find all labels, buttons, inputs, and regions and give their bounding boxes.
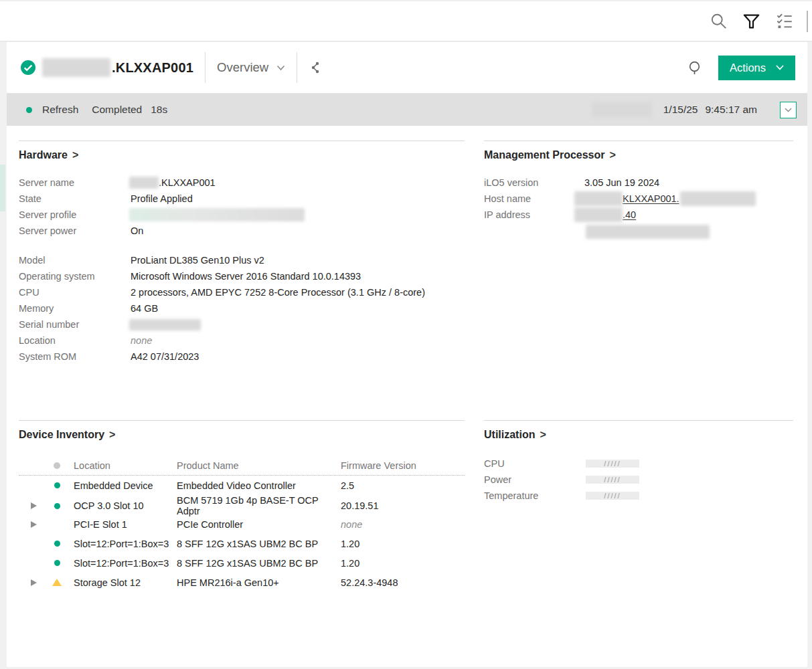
management-processor-section-link[interactable]: Management Processor > [484, 141, 793, 161]
hardware-row-model: Model ProLiant DL385 Gen10 Plus v2 [19, 252, 465, 268]
col-location: Location [71, 460, 174, 471]
status-ok-icon [54, 560, 60, 566]
cpu-utilization-placeholder: ///// [586, 460, 639, 468]
task-duration: 18s [151, 104, 167, 116]
uid-light-icon[interactable] [687, 60, 702, 76]
cell-product: PCIe Controller [174, 519, 338, 530]
cell-product: Embedded Video Controller [174, 480, 338, 491]
divider [205, 52, 206, 83]
divider [297, 52, 297, 83]
redacted-ip-prefix [574, 207, 623, 222]
page-title: .KLXXAP001 [112, 60, 193, 76]
status-ok-icon [54, 541, 60, 547]
management-processor-section: Management Processor > iLO5 version 3.05… [484, 140, 793, 239]
task-status-dot-icon [26, 107, 32, 113]
map-view-icon[interactable] [309, 60, 323, 75]
device-inventory-section-link[interactable]: Device Inventory > [19, 421, 465, 441]
section-title: Utilization [484, 428, 535, 441]
section-arrow: > [540, 428, 546, 441]
cell-location: Slot=12:Port=1:Box=3 [71, 558, 174, 569]
utilization-section-link[interactable]: Utilization > [484, 421, 793, 441]
task-time: 9:45:17 am [705, 104, 757, 116]
redacted-server-prefix [42, 58, 110, 77]
hardware-row-server-profile: Server profile [19, 207, 465, 223]
hardware-section-link[interactable]: Hardware > [19, 141, 465, 161]
redacted-hostname-prefix [574, 191, 623, 206]
cell-firmware: 52.24.3-4948 [338, 577, 465, 588]
actions-button-label: Actions [730, 62, 766, 74]
cell-product: BCM 5719 1Gb 4p BASE-T OCP Adptr [174, 495, 338, 516]
expand-row-icon[interactable] [31, 521, 37, 528]
cell-location: Embedded Device [71, 480, 174, 491]
hardware-row-cpu: CPU 2 processors, AMD EPYC 7252 8-Core P… [19, 284, 465, 300]
task-state: Completed [92, 104, 142, 116]
hostname-link[interactable]: KLXXAP001. [623, 193, 679, 204]
expand-row-icon[interactable] [31, 579, 37, 586]
hardware-row-state: State Profile Applied [19, 191, 465, 207]
cell-firmware: 2.5 [338, 480, 465, 491]
utilization-row-cpu: CPU ///// [484, 456, 793, 472]
table-row: OCP 3.0 Slot 10 BCM 5719 1Gb 4p BASE-T O… [19, 495, 465, 514]
table-row: Embedded Device Embedded Video Controlle… [19, 476, 465, 495]
toolbar-divider [807, 11, 808, 32]
utilization-section: Utilization > CPU ///// Power ///// Temp… [484, 420, 793, 504]
expand-task-panel-button[interactable] [780, 102, 797, 118]
search-icon[interactable] [710, 12, 728, 30]
section-arrow: > [610, 149, 616, 161]
table-row: Slot=12:Port=1:Box=3 8 SFF 12G x1SAS UBM… [19, 553, 465, 573]
section-title: Management Processor [484, 149, 605, 161]
task-date: 1/15/25 [663, 104, 698, 116]
actions-button[interactable]: Actions [718, 56, 795, 80]
hardware-row-server-power: Server power On [19, 223, 465, 239]
activity-list-icon[interactable] [775, 12, 793, 30]
redacted-server-name-prefix [129, 177, 159, 189]
hardware-section: Hardware > Server name .KLXXAP001 State … [19, 140, 465, 365]
cell-product: HPE MR216i-a Gen10+ [174, 577, 338, 588]
task-name: Refresh [42, 104, 78, 116]
cell-firmware: 1.20 [338, 539, 465, 549]
overview-content: Hardware > Server name .KLXXAP001 State … [7, 126, 807, 667]
ip-address-link[interactable]: .40 [623, 209, 636, 220]
mp-row-host-name: Host name KLXXAP001. [484, 191, 793, 207]
status-column-icon [54, 462, 60, 469]
table-row: Slot=12:Port=1:Box=3 8 SFF 12G x1SAS UBM… [19, 534, 465, 553]
col-firmware-version: Firmware Version [338, 460, 465, 471]
status-ok-icon [20, 60, 36, 76]
resource-title-bar: .KLXXAP001 Overview Actions [7, 42, 807, 94]
redacted-serial-number [129, 319, 201, 330]
cell-location: Slot=12:Port=1:Box=3 [71, 539, 174, 549]
cell-location: OCP 3.0 Slot 10 [71, 500, 174, 511]
device-inventory-section: Device Inventory > Location Product Name… [19, 420, 465, 592]
redacted-server-profile [129, 208, 305, 221]
cell-product: 8 SFF 12G x1SAS UBM2 BC BP [174, 539, 338, 549]
cell-location: PCI-E Slot 1 [71, 519, 174, 530]
utilization-row-temperature: Temperature ///// [484, 488, 793, 504]
chevron-down-icon [776, 65, 784, 70]
status-ok-icon [54, 482, 60, 488]
redacted-task-owner [592, 102, 652, 117]
cell-product: 8 SFF 12G x1SAS UBM2 BC BP [174, 558, 338, 569]
view-selector-label: Overview [217, 60, 268, 75]
power-utilization-placeholder: ///// [586, 476, 639, 484]
status-ok-icon [54, 503, 60, 509]
content-panel: .KLXXAP001 Overview Actions [7, 42, 807, 667]
status-warning-icon [52, 579, 62, 586]
section-title: Hardware [19, 149, 68, 161]
section-title: Device Inventory [19, 428, 104, 441]
hardware-row-location: Location none [19, 332, 465, 349]
filter-icon[interactable] [742, 12, 760, 30]
section-arrow: > [72, 149, 78, 161]
hardware-row-system-rom: System ROM A42 07/31/2023 [19, 349, 465, 365]
hardware-row-os: Operating system Microsoft Windows Serve… [19, 268, 465, 284]
cell-location: Storage Slot 12 [71, 577, 174, 588]
col-product-name: Product Name [174, 460, 338, 471]
expand-row-icon[interactable] [31, 502, 37, 509]
view-selector[interactable]: Overview [217, 60, 285, 75]
chevron-down-icon [276, 65, 285, 71]
task-status-bar: Refresh Completed 18s 1/15/25 9:45:17 am [7, 94, 807, 126]
hardware-row-memory: Memory 64 GB [19, 300, 465, 316]
table-row: PCI-E Slot 1 PCIe Controller none [19, 514, 465, 534]
scroll-position-highlight [0, 165, 5, 211]
top-toolbar [0, 0, 812, 41]
redacted-ip-secondary [586, 225, 710, 239]
